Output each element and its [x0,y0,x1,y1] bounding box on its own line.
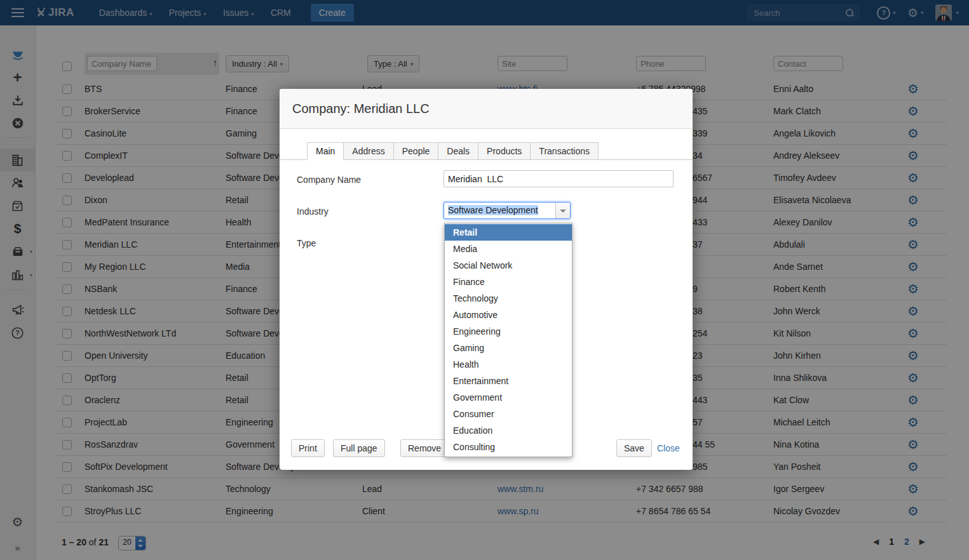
industry-label: Industry [297,206,329,217]
industry-option[interactable]: Health [445,356,572,373]
close-link[interactable]: Close [657,443,680,453]
combobox-dropdown-icon[interactable] [555,203,570,218]
industry-combobox-value: Software Development [444,203,555,218]
industry-option[interactable]: Government [445,389,572,406]
industry-option[interactable]: Gaming [445,340,572,356]
industry-option[interactable]: Engineering [445,323,572,340]
industry-option[interactable]: Social Network [445,257,572,274]
industry-option[interactable]: Finance [445,274,572,290]
remove-button[interactable]: Remove [400,439,449,457]
industry-option[interactable]: Education [445,422,572,439]
industry-option[interactable]: Consumer [445,406,572,422]
industry-option[interactable]: Automotive [445,307,572,323]
full-page-button[interactable]: Full page [333,439,385,457]
industry-option[interactable]: Technology [445,290,572,307]
tab-address[interactable]: Address [344,142,393,160]
industry-option[interactable]: Retail [445,224,572,241]
tab-main[interactable]: Main [307,142,344,160]
dialog-title: Company: Meridian LLC [292,102,430,116]
industry-dropdown-list: Retail Media Social Network Finance Tech… [444,223,573,457]
dialog-tabs: Main Address People Deals Products Trans… [280,142,693,160]
save-button[interactable]: Save [616,439,652,457]
industry-combobox[interactable]: Software Development [444,202,571,219]
print-button[interactable]: Print [291,439,325,457]
company-name-label: Company Name [297,175,361,185]
tab-deals[interactable]: Deals [438,142,478,160]
tab-products[interactable]: Products [478,142,531,160]
tab-transactions[interactable]: Transactions [531,142,599,160]
industry-option[interactable]: Entertainment [445,373,572,389]
industry-option[interactable]: Consulting [445,439,572,455]
company-dialog: Company: Meridian LLC Main Address Peopl… [280,89,693,470]
company-name-input[interactable] [444,170,674,187]
type-label: Type [297,238,316,248]
dialog-header: Company: Meridian LLC [280,89,693,129]
tab-people[interactable]: People [394,142,439,160]
industry-option[interactable]: Media [445,241,572,257]
